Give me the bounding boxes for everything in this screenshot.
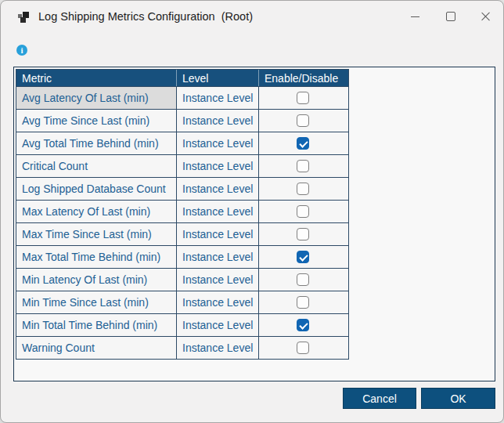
level-cell[interactable]: Instance Level [176,201,258,222]
table-row[interactable]: Avg Latency Of Last (min) Instance Level [16,86,348,109]
window-title: Log Shipping Metrics Configuration (Root… [38,10,253,23]
enable-checkbox[interactable] [297,183,309,195]
metric-cell[interactable]: Avg Total Time Behind (min) [16,132,176,154]
metric-cell[interactable]: Min Latency Of Last (min) [16,269,176,291]
level-cell[interactable]: Instance Level [176,291,258,313]
table-row[interactable]: Min Time Since Last (min) Instance Level [16,291,348,313]
level-cell[interactable]: Instance Level [176,337,258,359]
metric-cell[interactable]: Log Shipped Database Count [16,178,176,200]
table-header-row: Metric Level Enable/Disable [16,70,348,86]
enable-checkbox[interactable] [297,296,309,309]
table-row[interactable]: Critical Count Instance Level [16,154,348,177]
minimize-button[interactable] [398,1,433,32]
enable-checkbox[interactable] [297,205,309,218]
checkbox-cell[interactable] [258,314,347,336]
level-cell[interactable]: Instance Level [176,178,258,200]
enable-checkbox[interactable] [297,160,309,172]
close-icon [481,12,491,21]
enable-checkbox[interactable] [297,228,309,240]
metrics-panel: Metric Level Enable/Disable Avg Latency … [13,67,495,381]
metric-cell[interactable]: Avg Time Since Last (min) [16,110,176,132]
table-row[interactable]: Max Latency Of Last (min) Instance Level [16,200,348,222]
table-row[interactable]: Avg Time Since Last (min) Instance Level [16,109,348,132]
table-row[interactable]: Max Time Since Last (min) Instance Level [16,222,348,245]
header-level: Level [176,70,258,86]
level-cell[interactable]: Instance Level [176,314,258,336]
table-row[interactable]: Warning Count Instance Level [16,336,348,359]
enable-checkbox[interactable] [297,114,309,127]
checkbox-cell[interactable] [258,223,347,245]
table-row[interactable]: Max Total Time Behind (min) Instance Lev… [16,245,348,268]
level-cell[interactable]: Instance Level [176,223,258,245]
table-row[interactable]: Log Shipped Database Count Instance Leve… [16,177,348,200]
enable-checkbox[interactable] [297,273,309,286]
checkbox-cell[interactable] [258,246,347,268]
checkbox-cell[interactable] [258,178,347,200]
checkbox-cell[interactable] [258,291,347,313]
table-row[interactable]: Min Latency Of Last (min) Instance Level [16,268,348,291]
checkbox-cell[interactable] [258,110,347,132]
title-bar: Log Shipping Metrics Configuration (Root… [1,1,503,32]
minimize-icon [411,16,419,17]
enable-checkbox[interactable] [297,137,309,150]
enable-checkbox[interactable] [297,251,309,263]
metric-cell[interactable]: Avg Latency Of Last (min) [16,87,176,109]
checkbox-cell[interactable] [258,132,347,154]
checkbox-cell[interactable] [258,201,347,222]
level-cell[interactable]: Instance Level [176,110,258,132]
enable-checkbox[interactable] [297,92,309,104]
dialog-window: Log Shipping Metrics Configuration (Root… [0,0,504,423]
metric-cell[interactable]: Max Total Time Behind (min) [16,246,176,268]
window-controls [398,1,503,32]
cancel-button[interactable]: Cancel [343,388,416,409]
header-metric: Metric [16,70,176,86]
checkbox-cell[interactable] [258,155,347,177]
table-body: Avg Latency Of Last (min) Instance Level… [16,86,348,359]
metric-cell[interactable]: Min Time Since Last (min) [16,291,176,313]
ok-button[interactable]: OK [421,388,495,409]
metric-cell[interactable]: Max Latency Of Last (min) [16,201,176,222]
maximize-button[interactable] [433,1,468,32]
enable-checkbox[interactable] [297,342,309,354]
level-cell[interactable]: Instance Level [176,269,258,291]
checkbox-cell[interactable] [258,269,347,291]
metric-cell[interactable]: Min Total Time Behind (min) [16,314,176,336]
enable-checkbox[interactable] [297,319,309,331]
level-cell[interactable]: Instance Level [176,246,258,268]
metric-cell[interactable]: Max Time Since Last (min) [16,223,176,245]
metric-cell[interactable]: Critical Count [16,155,176,177]
app-icon [18,10,31,24]
checkbox-cell[interactable] [258,337,347,359]
level-cell[interactable]: Instance Level [176,87,258,109]
metric-cell[interactable]: Warning Count [16,337,176,359]
level-cell[interactable]: Instance Level [176,155,258,177]
metrics-table: Metric Level Enable/Disable Avg Latency … [16,69,349,360]
checkbox-cell[interactable] [258,87,347,109]
close-button[interactable] [468,1,503,32]
table-row[interactable]: Min Total Time Behind (min) Instance Lev… [16,313,348,336]
table-row[interactable]: Avg Total Time Behind (min) Instance Lev… [16,132,348,154]
maximize-icon [446,12,455,21]
info-icon[interactable]: i [16,45,27,56]
header-enable-disable: Enable/Disable [258,70,347,86]
level-cell[interactable]: Instance Level [176,132,258,154]
